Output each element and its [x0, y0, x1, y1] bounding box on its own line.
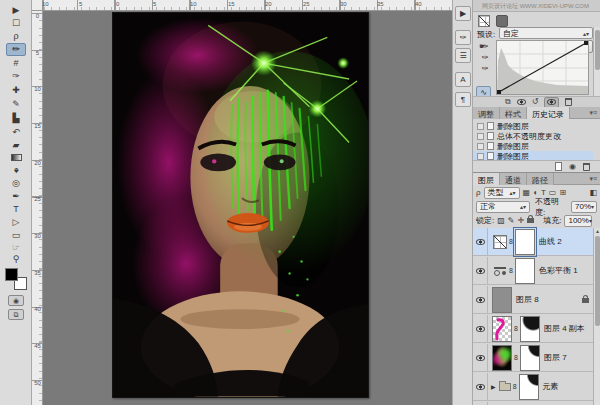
tab-history[interactable]: 历史记录: [527, 107, 570, 119]
gradient-tool-icon[interactable]: [6, 151, 26, 164]
clip-to-layer-icon[interactable]: ⧉: [505, 98, 511, 106]
character-panel-icon[interactable]: A: [455, 72, 471, 87]
zoom-tool-icon[interactable]: ⚲: [6, 253, 26, 266]
layers-scrollbar[interactable]: ▲: [593, 228, 600, 405]
tab-layers[interactable]: 图层: [473, 173, 500, 185]
group-name[interactable]: 元素: [543, 381, 559, 392]
layer-row-curves-2[interactable]: 8 曲线 2: [473, 228, 593, 256]
layer-thumbnail[interactable]: [492, 287, 512, 313]
lock-all-icon[interactable]: [527, 218, 534, 223]
opacity-dropdown[interactable]: 70% ▾: [571, 201, 597, 213]
quick-mask-button[interactable]: ◉: [8, 295, 24, 306]
new-document-from-state-icon[interactable]: [555, 162, 562, 171]
color-balance-thumbnail[interactable]: [493, 264, 507, 278]
filter-toggle-icon[interactable]: ◧: [589, 189, 597, 197]
gray-point-eyedropper-icon[interactable]: ✑: [477, 53, 493, 64]
curves-layer-thumbnail[interactable]: [493, 235, 507, 249]
layer-mask-thumbnail[interactable]: [515, 258, 535, 284]
visibility-toggle[interactable]: [473, 257, 488, 285]
clone-source-panel-icon[interactable]: ☰: [455, 48, 471, 63]
delete-state-icon[interactable]: [583, 163, 590, 171]
history-step[interactable]: 删除图层: [473, 141, 593, 151]
portrait-image[interactable]: [112, 12, 369, 398]
layer-mask-thumbnail[interactable]: [520, 345, 540, 371]
screen-mode-button[interactable]: ⧉: [8, 309, 24, 320]
properties-scrollbar[interactable]: [593, 27, 600, 96]
tab-channels[interactable]: 通道: [500, 173, 527, 185]
history-step[interactable]: 总体不透明度更改: [473, 131, 593, 141]
marquee-tool-icon[interactable]: ☐: [6, 17, 26, 30]
actions-panel-icon[interactable]: ▶: [455, 6, 471, 21]
tab-paths[interactable]: 路径: [527, 173, 554, 185]
history-brush-tool-icon[interactable]: ↶: [6, 126, 26, 139]
layer-row-layer-4-copy[interactable]: 8 图层 4 副本: [473, 315, 593, 343]
blend-mode-dropdown[interactable]: 正常 ▴▾: [476, 201, 530, 213]
white-point-eyedropper-icon[interactable]: ✑: [477, 64, 493, 75]
group-mask-thumbnail[interactable]: [519, 374, 539, 400]
layer-name[interactable]: 图层 4 副本: [544, 323, 585, 334]
paragraph-panel-icon[interactable]: ¶: [455, 92, 471, 107]
history-source-checkbox[interactable]: [477, 123, 484, 130]
lasso-tool-icon[interactable]: ρ: [6, 30, 26, 43]
history-source-checkbox[interactable]: [477, 143, 484, 150]
group-row-elements[interactable]: ▶ 8 元素: [473, 373, 593, 401]
layer-name[interactable]: 图层 8: [516, 294, 539, 305]
layer-thumbnail[interactable]: [492, 316, 512, 342]
history-source-checkbox[interactable]: [477, 153, 484, 160]
clone-stamp-tool-icon[interactable]: ▙: [6, 112, 26, 125]
delete-adjustment-icon[interactable]: [565, 98, 572, 106]
scrollbar-thumb[interactable]: [595, 30, 600, 70]
scrollbar-thumb[interactable]: [595, 236, 600, 326]
filter-kind-icon[interactable]: ρ: [476, 189, 481, 197]
history-step[interactable]: 删除图层: [473, 121, 593, 131]
dodge-tool-icon[interactable]: ◎: [6, 177, 26, 190]
layer-name[interactable]: 色彩平衡 1: [539, 265, 578, 276]
expand-triangle-icon[interactable]: ▶: [491, 383, 496, 390]
panel-menu-icon[interactable]: ▾≡: [589, 173, 600, 184]
layer-mask-thumbnail[interactable]: [515, 229, 535, 255]
layer-name[interactable]: 曲线 2: [539, 236, 562, 247]
layer-thumbnail[interactable]: [492, 345, 512, 371]
panel-menu-icon[interactable]: ▾≡: [589, 107, 600, 118]
layer-row-color-balance-1[interactable]: 8 色彩平衡 1: [473, 257, 593, 285]
visibility-toggle[interactable]: [473, 228, 488, 256]
layer-name[interactable]: 图层 7: [544, 352, 567, 363]
tab-styles[interactable]: 样式: [500, 107, 527, 119]
visibility-toggle[interactable]: [473, 286, 488, 314]
new-snapshot-icon[interactable]: ◉: [569, 163, 576, 171]
black-point-eyedropper-icon[interactable]: ✑: [477, 42, 493, 53]
toggle-visibility-icon[interactable]: [544, 97, 559, 108]
eyedropper-tool-icon[interactable]: ✑: [6, 70, 26, 83]
healing-brush-tool-icon[interactable]: ✚: [6, 84, 26, 97]
filter-pixel-layers-icon[interactable]: ▦: [523, 189, 531, 197]
lock-pixels-icon[interactable]: ✎: [508, 217, 515, 225]
brushes-panel-icon[interactable]: ✑: [455, 30, 471, 45]
type-tool-icon[interactable]: T: [6, 203, 26, 216]
lock-position-icon[interactable]: ✛: [518, 217, 525, 225]
layer-mask-thumbnail[interactable]: [520, 316, 540, 342]
curves-graph[interactable]: [496, 40, 589, 95]
layer-row-layer-8[interactable]: 图层 8: [473, 286, 593, 314]
path-selection-tool-icon[interactable]: ▷: [6, 216, 26, 229]
visibility-toggle[interactable]: [473, 373, 488, 401]
curves-adjustment-icon[interactable]: [478, 15, 490, 27]
pen-tool-icon[interactable]: ✒: [6, 190, 26, 203]
fill-dropdown[interactable]: 100% ▾: [564, 215, 592, 227]
masks-icon[interactable]: [496, 15, 508, 27]
preset-dropdown[interactable]: 自定 ▴▾: [499, 27, 593, 39]
filter-type-dropdown[interactable]: 类型 ▴▾: [484, 187, 520, 199]
layer-row-layer-7[interactable]: 8 图层 7: [473, 344, 593, 372]
history-source-checkbox[interactable]: [477, 133, 484, 140]
lock-transparency-icon[interactable]: ▨: [497, 217, 505, 225]
tab-adjustments[interactable]: 调整: [473, 107, 500, 119]
visibility-toggle[interactable]: [473, 315, 488, 343]
foreground-color-swatch[interactable]: [5, 268, 18, 281]
document-canvas[interactable]: [43, 11, 452, 405]
brush-tool-icon[interactable]: ✎: [6, 98, 26, 111]
visibility-toggle[interactable]: [473, 344, 488, 372]
crop-tool-icon[interactable]: #: [6, 57, 26, 70]
reset-icon[interactable]: ↺: [532, 98, 539, 106]
visibility-eye-icon[interactable]: [517, 99, 526, 105]
scroll-up-arrow-icon[interactable]: ▲: [595, 228, 600, 234]
move-tool-icon[interactable]: ▶: [6, 4, 26, 17]
